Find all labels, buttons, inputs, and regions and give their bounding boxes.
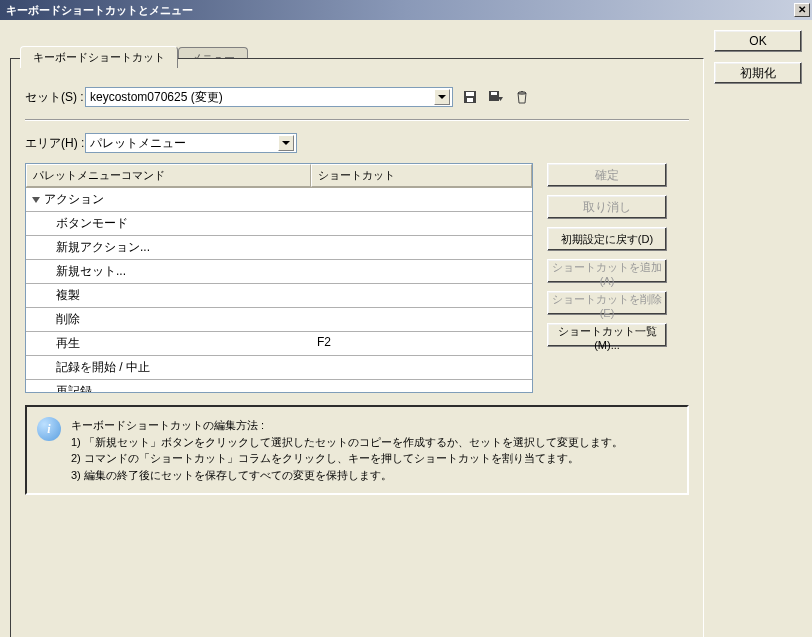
table-body[interactable]: アクション ボタンモード 新規アクション... 新規セット... 複製 削除 再… — [26, 188, 532, 392]
ok-button[interactable]: OK — [714, 30, 802, 52]
table-group-row[interactable]: アクション — [26, 188, 532, 212]
info-line: 3) 編集の終了後にセットを保存してすべての変更を保持します。 — [71, 467, 623, 484]
set-combo[interactable]: keycostom070625 (変更) — [85, 87, 453, 107]
info-box: i キーボードショートカットの編集方法 : 1) 「新規セット」ボタンをクリック… — [25, 405, 689, 495]
area-row: エリア(H) : パレットメニュー — [25, 133, 689, 153]
svg-rect-4 — [491, 92, 497, 95]
table-row[interactable]: 再記録... — [26, 380, 532, 392]
close-button[interactable]: ✕ — [794, 3, 810, 17]
set-label: セット(S) : — [25, 89, 85, 106]
table-row[interactable]: ボタンモード — [26, 212, 532, 236]
save-as-icon[interactable] — [487, 88, 505, 106]
tab-shortcuts[interactable]: キーボードショートカット — [20, 46, 178, 68]
save-icon[interactable] — [461, 88, 479, 106]
info-heading: キーボードショートカットの編集方法 : — [71, 417, 623, 434]
svg-rect-1 — [466, 92, 474, 96]
delete-shortcut-button[interactable]: ショートカットを削除(E) — [547, 291, 667, 315]
table-side-buttons: 確定 取り消し 初期設定に戻す(D) ショートカットを追加(A) ショートカット… — [547, 163, 679, 355]
col-shortcut[interactable]: ショートカット — [311, 164, 532, 187]
area-value: パレットメニュー — [90, 135, 186, 152]
cancel-button[interactable]: 取り消し — [547, 195, 667, 219]
table-row[interactable]: 削除 — [26, 308, 532, 332]
expand-icon — [32, 197, 40, 203]
info-text: キーボードショートカットの編集方法 : 1) 「新規セット」ボタンをクリックして… — [71, 417, 623, 483]
reset-button[interactable]: 初期化 — [714, 62, 802, 84]
area-combo[interactable]: パレットメニュー — [85, 133, 297, 153]
table-row[interactable]: 記録を開始 / 中止 — [26, 356, 532, 380]
add-shortcut-button[interactable]: ショートカットを追加(A) — [547, 259, 667, 283]
table-row[interactable]: 新規セット... — [26, 260, 532, 284]
info-line: 2) コマンドの「ショートカット」コラムをクリックし、キーを押してショートカット… — [71, 450, 623, 467]
title-bar: キーボードショートカットとメニュー ✕ — [0, 0, 812, 20]
area-label: エリア(H) : — [25, 135, 85, 152]
set-row: セット(S) : keycostom070625 (変更) — [25, 87, 689, 107]
trash-icon[interactable] — [513, 88, 531, 106]
shortcut-list-button[interactable]: ショートカット一覧(M)... — [547, 323, 667, 347]
confirm-button[interactable]: 確定 — [547, 163, 667, 187]
table-row[interactable]: 再生F2 — [26, 332, 532, 356]
table-row[interactable]: 新規アクション... — [26, 236, 532, 260]
right-button-panel: OK 初期化 — [714, 30, 802, 94]
main-panel: セット(S) : keycostom070625 (変更) エリア(H) : パ… — [10, 58, 704, 637]
shortcut-table: パレットメニューコマンド ショートカット アクション ボタンモード 新規アクショ… — [25, 163, 533, 393]
chevron-down-icon — [278, 135, 294, 151]
group-name: アクション — [44, 192, 104, 206]
chevron-down-icon — [434, 89, 450, 105]
table-header: パレットメニューコマンド ショートカット — [26, 164, 532, 188]
title-text: キーボードショートカットとメニュー — [6, 3, 794, 18]
info-icon: i — [37, 417, 61, 441]
info-line: 1) 「新規セット」ボタンをクリックして選択したセットのコピーを作成するか、セッ… — [71, 434, 623, 451]
restore-defaults-button[interactable]: 初期設定に戻す(D) — [547, 227, 667, 251]
set-value: keycostom070625 (変更) — [90, 89, 223, 106]
svg-rect-2 — [467, 98, 473, 102]
divider — [25, 119, 689, 121]
table-row[interactable]: 複製 — [26, 284, 532, 308]
dialog-body: OK 初期化 キーボードショートカット メニュー セット(S) : keycos… — [0, 20, 812, 637]
col-command[interactable]: パレットメニューコマンド — [26, 164, 311, 187]
